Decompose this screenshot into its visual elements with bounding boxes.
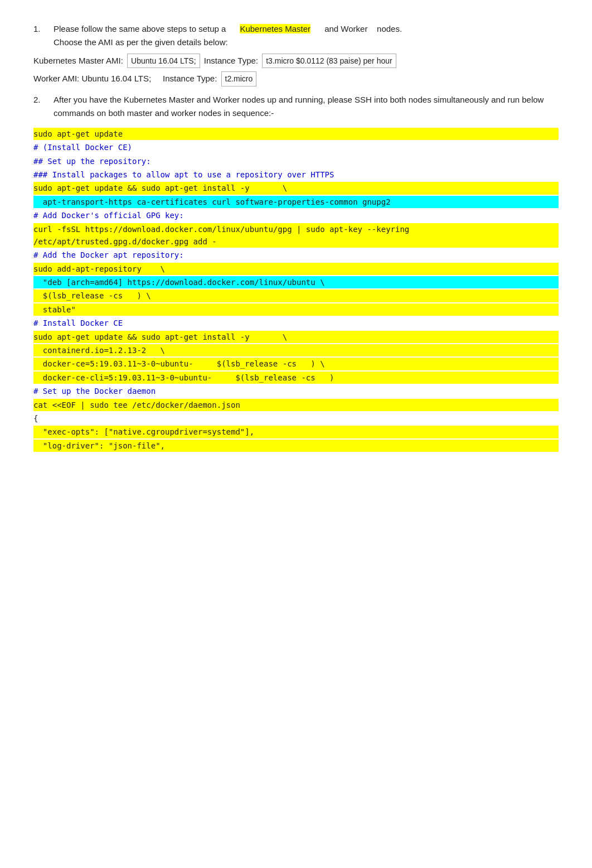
cmd-comment-setup-repo: ## Set up the repository:: [33, 155, 559, 167]
step-1-line2: Choose the AMI as per the given details …: [54, 36, 559, 49]
cmd-curl-gpg: curl -fsSL https://download.docker.com/l…: [33, 223, 559, 248]
cmd-apt-packages: apt-transport-https ca-certificates curl…: [33, 196, 559, 208]
step-number-2: 2.: [33, 93, 54, 120]
step-1-content: Please follow the same above steps to se…: [54, 22, 559, 49]
worker-instance-box: t2.micro: [221, 71, 257, 86]
step-2: 2. After you have the Kubernetes Master …: [33, 93, 559, 120]
step-1: 1. Please follow the same above steps to…: [33, 22, 559, 49]
and-worker-text: and Worker: [324, 24, 367, 33]
kubernetes-master-highlight: Kubernetes Master: [240, 24, 310, 33]
cmd-log-driver: "log-driver": "json-file",: [33, 440, 559, 452]
master-ami-instance-label: Instance Type:: [204, 56, 258, 65]
cmd-cat-eof: cat <<EOF | sudo tee /etc/docker/daemon.…: [33, 399, 559, 411]
cmd-comment-add-repo: # Add the Docker apt repository:: [33, 249, 559, 261]
master-ami-instance: t3.micro $0.0112 (83 paise) per hour: [262, 54, 396, 68]
nodes-text: nodes.: [377, 24, 402, 33]
cmd-comment-install-docker-ce: # Install Docker CE: [33, 317, 559, 329]
cmd-apt-update: sudo apt-get update: [33, 128, 559, 140]
master-ami-os: Ubuntu 16.04 LTS;: [127, 54, 200, 68]
cmd-docker-ce-cli: docker-ce-cli=5:19.03.11~3-0~ubuntu- $(l…: [33, 372, 559, 384]
cmd-comment-install-docker: # (Install Docker CE): [33, 141, 559, 153]
cmd-deb-line: "deb [arch=amd64] https://download.docke…: [33, 276, 559, 288]
step-1-line1: Please follow the same above steps to se…: [54, 22, 559, 36]
step-1-text1: Please follow the same above steps to se…: [54, 24, 226, 33]
cmd-comment-docker-daemon: # Set up the Docker daemon: [33, 385, 559, 397]
worker-ami-line: Worker AMI: Ubuntu 16.04 LTS; Instance T…: [33, 71, 559, 86]
cmd-comment-gpg: # Add Docker's official GPG key:: [33, 209, 559, 221]
cmd-containerd: containerd.io=1.2.13-2 \: [33, 344, 559, 356]
cmd-comment-install-pkgs: ### Install packages to allow apt to use…: [33, 168, 559, 181]
cmd-stable: stable": [33, 303, 559, 316]
master-ami-line: Kubernetes Master AMI: Ubuntu 16.04 LTS;…: [33, 54, 559, 68]
cmd-brace-open: {: [33, 412, 559, 425]
commands-section: sudo apt-get update # (Install Docker CE…: [33, 128, 559, 452]
cmd-exec-opts: "exec-opts": ["native.cgroupdriver=syste…: [33, 426, 559, 438]
cmd-docker-ce: docker-ce=5:19.03.11~3-0~ubuntu- $(lsb_r…: [33, 358, 559, 370]
step-number-1: 1.: [33, 22, 54, 49]
step-2-content: After you have the Kubernetes Master and…: [54, 93, 559, 120]
cmd-add-apt-repo: sudo add-apt-repository \: [33, 263, 559, 275]
cmd-apt-install1: sudo apt-get update && sudo apt-get inst…: [33, 182, 559, 194]
worker-ami-label: Worker AMI: Ubuntu 16.04 LTS;: [33, 74, 151, 83]
master-ami-label: Kubernetes Master AMI:: [33, 56, 123, 65]
cmd-lsb-release1: $(lsb_release -cs ) \: [33, 290, 559, 302]
worker-instance-label: Instance Type:: [163, 74, 217, 83]
cmd-apt-install2: sudo apt-get update && sudo apt-get inst…: [33, 331, 559, 343]
